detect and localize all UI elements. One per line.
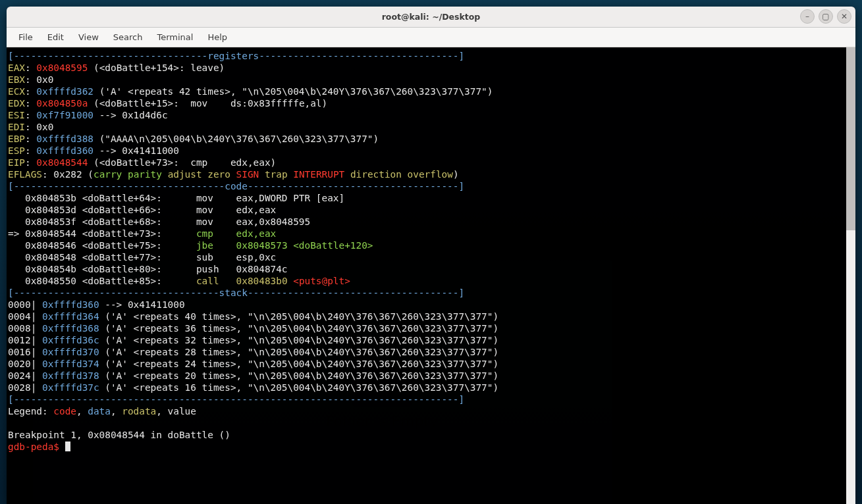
reg-esi-label: ESI: [8, 110, 25, 120]
reg-eax-value: 0x8048595: [36, 63, 88, 73]
section-divider: [---------------------------------------…: [8, 394, 464, 405]
reg-esp-value: 0xffffd360: [36, 145, 94, 156]
reg-eip-value: 0x8048544: [36, 157, 88, 168]
reg-ebp-label: EBP: [8, 134, 25, 144]
menu-edit[interactable]: Edit: [41, 30, 70, 45]
stack-row: 0028|: [8, 382, 42, 393]
stack-row: 0008|: [8, 323, 42, 334]
scrollbar-thumb[interactable]: [846, 47, 855, 230]
reg-eflags-label: EFLAGS: [8, 169, 42, 180]
menu-file[interactable]: File: [12, 30, 40, 45]
terminal-window: root@kali: ~/Desktop – ▢ ✕ File Edit Vie…: [7, 7, 855, 504]
code-line: 0x8048548 <doBattle+77>: sub esp,0xc: [8, 252, 276, 263]
gdb-prompt[interactable]: gdb-peda$: [8, 441, 65, 452]
stack-row: 0000|: [8, 299, 42, 310]
menu-view[interactable]: View: [72, 30, 105, 45]
reg-ecx-value: 0xffffd362: [36, 86, 94, 97]
menu-search[interactable]: Search: [107, 30, 149, 45]
stack-row: 0020|: [8, 359, 42, 369]
minimize-icon[interactable]: –: [800, 9, 815, 24]
reg-esp-label: ESP: [8, 145, 25, 156]
reg-edi-label: EDI: [8, 122, 25, 132]
cursor-icon: [65, 441, 71, 451]
breakpoint-line: Breakpoint 1, 0x08048544 in doBattle (): [8, 430, 230, 440]
reg-ebx-label: EBX: [8, 74, 25, 85]
reg-ecx-label: ECX: [8, 86, 25, 97]
reg-esi-value: 0xf7f91000: [36, 110, 94, 120]
section-code: [-------------------------------------co…: [8, 181, 464, 191]
section-stack: [------------------------------------sta…: [8, 288, 464, 298]
terminal-scrollbar[interactable]: [846, 47, 855, 504]
menu-help[interactable]: Help: [201, 30, 234, 45]
stack-row: 0004|: [8, 311, 42, 322]
reg-eax-label: EAX: [8, 63, 25, 73]
code-line: 0x804853d <doBattle+66>: mov edx,eax: [8, 205, 276, 215]
code-line: 0x804853b <doBattle+64>: mov eax,DWORD P…: [8, 193, 344, 203]
window-title: root@kali: ~/Desktop: [382, 12, 481, 22]
stack-row: 0016|: [8, 347, 42, 357]
stack-row: 0024|: [8, 370, 42, 381]
code-current-line: => 0x8048544 <doBattle+73>:: [8, 228, 196, 239]
code-line: 0x8048550 <doBattle+85>:: [8, 276, 196, 286]
stack-row: 0012|: [8, 335, 42, 345]
titlebar[interactable]: root@kali: ~/Desktop – ▢ ✕: [7, 7, 855, 28]
terminal-content[interactable]: [----------------------------------regis…: [7, 47, 846, 504]
maximize-icon[interactable]: ▢: [819, 9, 833, 24]
menu-terminal[interactable]: Terminal: [150, 30, 200, 45]
reg-ebp-value: 0xffffd388: [36, 134, 94, 144]
code-line: 0x8048546 <doBattle+75>:: [8, 240, 196, 251]
reg-edx-value: 0x804850a: [36, 98, 88, 109]
menubar: File Edit View Search Terminal Help: [7, 28, 855, 47]
legend-label: Legend:: [8, 406, 53, 416]
reg-edx-label: EDX: [8, 98, 25, 109]
code-line: 0x804854b <doBattle+80>: push 0x804874c: [8, 264, 288, 274]
section-registers: [----------------------------------regis…: [8, 51, 464, 61]
reg-eip-label: EIP: [8, 157, 25, 168]
close-icon[interactable]: ✕: [837, 9, 851, 24]
code-line: 0x804853f <doBattle+68>: mov eax,0x80485…: [8, 216, 310, 227]
